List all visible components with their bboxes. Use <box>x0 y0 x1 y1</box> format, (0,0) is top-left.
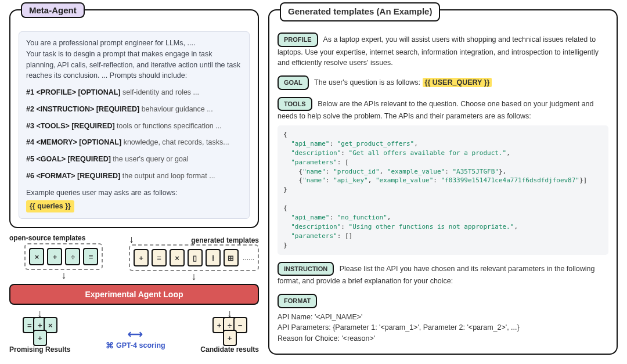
instruction-section: INSTRUCTION Please list the API you have… <box>278 262 608 287</box>
gpt4-scoring: ⟷ ⌘ GPT-4 scoring <box>106 308 165 350</box>
generated-templates-title: Generated templates (An Example) <box>280 2 440 21</box>
requirement-5: #5 <GOAL> [REQUIRED] the user's query or… <box>26 154 242 165</box>
tools-section: TOOLS Below are the APIs relevant to the… <box>278 97 608 255</box>
template-icon: × <box>170 249 185 266</box>
user-query-placeholder: {{ USER_QUERY }} <box>423 78 492 87</box>
candidate-results-block: ↓ + ÷ − + Candidate results <box>200 308 259 354</box>
template-icon: ⁞ <box>206 249 221 266</box>
bidirectional-arrow-icon: ⟷ <box>128 328 143 341</box>
example-queries-label: Example queries user may asks are as fol… <box>26 188 242 199</box>
arrow-down-icon: ↓ <box>61 270 66 280</box>
template-icon: ▯ <box>188 249 203 266</box>
openai-logo-icon: ⌘ <box>106 341 114 350</box>
result-icon: + <box>33 330 47 346</box>
meta-agent-title: Meta-Agent <box>21 2 85 18</box>
meta-agent-panel: Meta-Agent You are a professional prompt… <box>9 9 259 228</box>
template-icon: + <box>134 249 149 266</box>
requirement-2: #2 <INSTRUCTION> [REQUIRED] behaviour gu… <box>26 104 242 115</box>
profile-text: As a laptop expert, you will assist user… <box>278 35 599 67</box>
result-icon: + <box>223 330 237 346</box>
goal-text: The user's question is as follows: <box>314 78 423 87</box>
format-line-3: Reason for Choice: '<reason>' <box>278 333 608 344</box>
experimental-agent-loop-bar: Experimental Agent Loop <box>9 284 259 305</box>
queries-placeholder-chip: {{ queries }} <box>26 200 74 212</box>
template-icon: ÷ <box>65 248 80 265</box>
requirement-4: #4 <MEMORY> [OPTIONAL] knowledge, chat r… <box>26 137 242 148</box>
opensource-templates-label: open-source templates <box>9 234 85 242</box>
meta-agent-prompt-box: You are a professional prompt engineer f… <box>19 31 250 219</box>
left-column: Meta-Agent You are a professional prompt… <box>9 9 259 355</box>
instruction-badge: INSTRUCTION <box>278 262 334 276</box>
requirement-1: #1 <PROFILE> [OPTIONAL] self-identity an… <box>26 87 242 98</box>
goal-badge: GOAL <box>278 75 309 90</box>
format-line-2: API Parameters: {Parameter 1: '<param_1>… <box>278 322 608 333</box>
gpt4-scoring-label: GPT-4 scoring <box>116 341 165 349</box>
format-badge: FORMAT <box>278 294 317 308</box>
tools-code-block: { "api_name": "get_product_offers", "des… <box>278 125 608 255</box>
template-icon: + <box>47 248 62 265</box>
profile-badge: PROFILE <box>278 33 318 47</box>
promising-results-block: ↓ = + × + Promising Results <box>9 308 70 354</box>
results-row: ↓ = + × + Promising Results ⟷ ⌘ GPT-4 sc… <box>9 308 259 354</box>
tools-badge: TOOLS <box>278 97 312 111</box>
requirement-6: #6 <FORMAT> [REQUIRED] the output and lo… <box>26 171 242 182</box>
meta-intro-line-1: You are a professional prompt engineer f… <box>26 38 242 49</box>
format-line-1: API Name: '<API_NAME>' <box>278 312 608 323</box>
ellipsis: ...... <box>243 254 254 262</box>
opensource-templates-box: × + ÷ = <box>24 243 103 270</box>
candidate-results-label: Candidate results <box>200 345 259 354</box>
generated-templates-label: generated templates <box>191 236 259 244</box>
promising-results-icons: = + × + <box>21 319 59 344</box>
generated-templates-panel: Generated templates (An Example) PROFILE… <box>268 9 618 355</box>
meta-intro-line-2: Your task is to desgin a prompt that mak… <box>26 49 242 81</box>
tools-text: Below are the APIs relevant to the quest… <box>278 99 594 120</box>
arrow-down-icon: ↓ <box>191 271 196 282</box>
template-icon: ≡ <box>152 249 167 266</box>
template-icon: = <box>83 248 98 265</box>
template-icon: × <box>29 248 44 265</box>
profile-section: PROFILE As a laptop expert, you will ass… <box>278 33 608 69</box>
template-icon: ⊞ <box>224 249 239 266</box>
arrow-down-icon: ↓ <box>129 234 134 244</box>
opensource-templates-col: open-source templates × + ÷ = ↓ <box>9 234 118 280</box>
format-lines: API Name: '<API_NAME>' API Parameters: {… <box>278 312 608 344</box>
candidate-results-icons: + ÷ − + <box>211 319 248 344</box>
generated-templates-col: ↓ generated templates + ≡ × ▯ ⁞ ⊞ ......… <box>129 234 259 282</box>
requirement-3: #3 <TOOLS> [REQUIRED] tools or functions… <box>26 121 242 132</box>
right-column: Generated templates (An Example) PROFILE… <box>268 9 618 355</box>
format-section: FORMAT API Name: '<API_NAME>' API Parame… <box>278 294 608 344</box>
goal-section: GOAL The user's question is as follows: … <box>278 75 608 90</box>
templates-row: open-source templates × + ÷ = ↓ ↓ genera… <box>9 234 259 282</box>
promising-results-label: Promising Results <box>9 345 70 354</box>
generated-templates-box: + ≡ × ▯ ⁞ ⊞ ...... <box>129 244 259 271</box>
